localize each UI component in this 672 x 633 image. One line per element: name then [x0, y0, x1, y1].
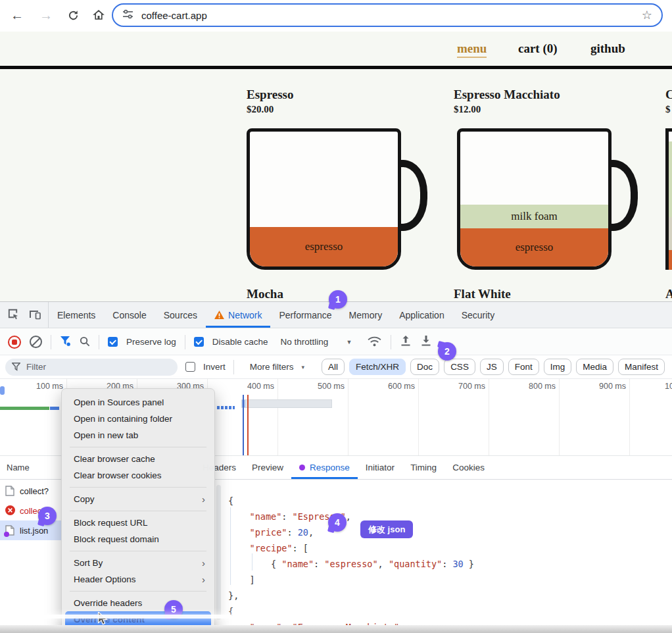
device-toolbar-icon[interactable] — [28, 308, 41, 322]
tab-network[interactable]: Network — [206, 302, 270, 328]
invert-label: Invert — [203, 362, 226, 372]
menu-item-open-in-new-tab[interactable]: Open in new tab — [62, 427, 214, 443]
detail-tab-timing[interactable]: Timing — [402, 456, 444, 479]
submenu-arrow-icon: › — [202, 494, 205, 505]
tab-application[interactable]: Application — [391, 302, 453, 328]
url-text[interactable]: coffee-cart.app — [141, 10, 642, 21]
product-title-clipped: A — [665, 287, 672, 301]
menu-item-header-options[interactable]: Header Options› — [62, 571, 214, 588]
tab-label: Network — [228, 310, 262, 320]
chip-manifest[interactable]: Manifest — [618, 359, 665, 375]
throttling-caret-icon[interactable]: ▼ — [346, 339, 352, 345]
import-har-icon[interactable] — [400, 335, 412, 349]
timeline-tick-label: 800 ms — [529, 382, 556, 391]
chip-css[interactable]: CSS — [444, 359, 475, 375]
json-token: "price" — [250, 527, 287, 538]
tab-label: Memory — [349, 310, 383, 320]
product-cup-espresso-macchiato[interactable]: milk foam espresso — [457, 128, 612, 270]
chip-font[interactable]: Font — [508, 359, 539, 375]
chip-img[interactable]: Img — [544, 359, 572, 375]
chip-js[interactable]: JS — [480, 359, 504, 375]
site-settings-icon[interactable] — [122, 9, 133, 22]
menu-item-block-request-domain[interactable]: Block request domain — [62, 531, 214, 547]
filter-input[interactable] — [25, 361, 146, 372]
site-nav-menu[interactable]: menu — [457, 41, 487, 58]
product-cup-espresso[interactable]: espresso — [247, 128, 401, 270]
invert-checkbox[interactable] — [185, 362, 195, 372]
json-token: , — [378, 559, 389, 569]
overview-scroll-handle[interactable] — [0, 386, 5, 395]
menu-item-label: Sort By — [74, 558, 103, 568]
reload-icon[interactable] — [67, 9, 80, 26]
back-icon[interactable]: ← — [11, 7, 24, 24]
preserve-log-checkbox[interactable] — [108, 337, 118, 347]
response-body-viewer[interactable]: { "name": "Espresso", "price": 20, "reci… — [192, 480, 672, 633]
record-network-log-icon[interactable] — [8, 336, 21, 349]
menu-item-label: Open in containing folder — [74, 414, 172, 424]
url-bar[interactable]: coffee-cart.app ☆ — [112, 3, 663, 27]
json-line: "name": "Espresso", — [228, 509, 672, 524]
timeline-gridline — [418, 379, 419, 455]
detail-tab-initiator[interactable]: Initiator — [358, 456, 402, 479]
chip-fetchxhr[interactable]: Fetch/XHR — [349, 359, 406, 375]
menu-item-block-request-url[interactable]: Block request URL — [62, 515, 214, 531]
filter-funnel-icon[interactable] — [60, 336, 70, 348]
menu-item-clear-browser-cache[interactable]: Clear browser cache — [62, 451, 214, 467]
json-token: "name" — [250, 511, 282, 522]
clear-network-log-icon[interactable] — [30, 336, 42, 348]
menu-item-sort-by[interactable]: Sort By› — [62, 555, 214, 571]
disable-cache-checkbox[interactable] — [194, 337, 204, 347]
chip-media[interactable]: Media — [576, 359, 613, 375]
home-icon[interactable] — [92, 9, 105, 26]
menu-item-open-in-containing-folder[interactable]: Open in containing folder — [62, 411, 214, 427]
network-conditions-icon[interactable] — [367, 336, 382, 349]
tab-memory[interactable]: Memory — [341, 302, 391, 328]
chip-all[interactable]: All — [322, 359, 345, 375]
tab-security[interactable]: Security — [453, 302, 504, 328]
detail-tab-response[interactable]: Response — [291, 456, 358, 479]
override-dot-icon — [299, 465, 305, 470]
menu-item-open-in-sources-panel[interactable]: Open in Sources panel — [62, 394, 214, 411]
throttling-dropdown[interactable]: No throttling — [281, 337, 329, 347]
bookmark-star-icon[interactable]: ☆ — [642, 8, 652, 22]
timeline-gridline — [348, 379, 348, 455]
timeline-tick-label: 600 ms — [388, 382, 415, 391]
json-token: }, — [228, 590, 239, 601]
timeline-gridline — [489, 379, 489, 455]
menu-item-label: Header Options — [74, 574, 136, 584]
response-gutter — [216, 485, 221, 620]
tab-elements[interactable]: Elements — [49, 302, 104, 328]
cup-body: espresso — [247, 128, 401, 270]
inspect-element-icon[interactable] — [7, 307, 19, 322]
json-token: { — [228, 495, 233, 506]
video-player-bar — [0, 625, 672, 633]
espresso-layer: espresso — [460, 228, 608, 266]
menu-item-copy[interactable]: Copy› — [62, 491, 214, 507]
menu-item-clear-browser-cookies[interactable]: Clear browser cookies — [62, 467, 214, 484]
json-token: } — [464, 559, 474, 569]
json-token: : — [281, 511, 292, 522]
json-token: : — [287, 527, 297, 538]
search-icon[interactable] — [79, 336, 90, 349]
detail-tab-cookies[interactable]: Cookies — [444, 456, 492, 479]
detail-tab-preview[interactable]: Preview — [244, 456, 291, 479]
filter-pill[interactable] — [5, 359, 178, 376]
tab-label: Sources — [164, 310, 197, 320]
chip-doc[interactable]: Doc — [410, 359, 439, 375]
product-title: Espresso Macchiato — [454, 88, 560, 102]
json-line: ] — [228, 572, 672, 588]
menu-item-label: Block request URL — [74, 518, 148, 528]
site-nav-cart[interactable]: cart (0) — [518, 41, 558, 56]
more-filters-dropdown[interactable]: More filters — [250, 362, 294, 372]
timeline-gridline — [559, 379, 560, 455]
forward-icon[interactable]: → — [39, 7, 53, 24]
menu-item-override-headers[interactable]: Override headers — [62, 595, 214, 611]
export-har-icon[interactable] — [420, 335, 432, 349]
menu-divider — [70, 447, 206, 447]
detail-tab-label: Initiator — [366, 463, 395, 472]
menu-item-label: Override headers — [74, 598, 142, 608]
tab-console[interactable]: Console — [104, 302, 155, 328]
tab-sources[interactable]: Sources — [155, 302, 206, 328]
tab-label: Application — [399, 310, 444, 320]
site-nav-github[interactable]: github — [590, 41, 625, 56]
